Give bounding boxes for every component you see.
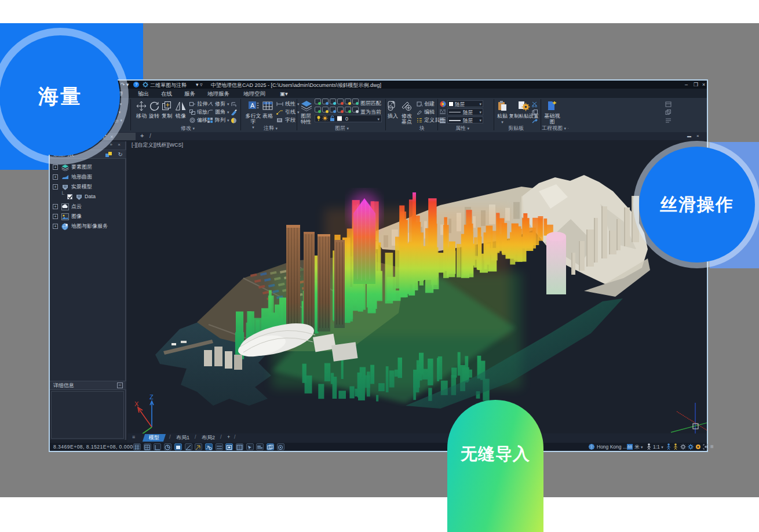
cut-icon[interactable] <box>532 100 538 108</box>
scale-button[interactable]: 缩放 <box>189 108 207 116</box>
status-toggle[interactable] <box>205 443 213 450</box>
ribbon-right-icon-2[interactable] <box>665 108 672 116</box>
status-toggle[interactable] <box>256 443 264 450</box>
tree-item-data[interactable]: └ Data <box>50 192 126 202</box>
stretch-button[interactable]: 拉伸 <box>189 100 207 108</box>
annot-vis-icon[interactable] <box>666 443 671 450</box>
refresh-icon[interactable]: ↻ <box>118 150 123 159</box>
layer-properties-button[interactable]: 图层特性 <box>298 100 313 125</box>
new-tab-button[interactable]: + <box>140 132 144 139</box>
workspace-caret[interactable]: ▾ ▿ <box>196 82 203 88</box>
add-layout-button[interactable]: + <box>227 434 230 440</box>
doc-close-icon[interactable]: × <box>696 133 699 139</box>
menu-service[interactable]: 服务 <box>184 90 195 98</box>
menu-output[interactable]: 输出 <box>138 90 149 98</box>
layer-tool[interactable] <box>330 107 336 112</box>
leader-button[interactable]: 引线▾ <box>276 108 300 116</box>
expand-icon[interactable]: + <box>53 174 58 180</box>
settings-gear-icon[interactable] <box>688 444 694 450</box>
modify-extra-2[interactable] <box>231 108 237 116</box>
location-globe[interactable] <box>589 444 594 450</box>
offset-button[interactable]: 偏移 <box>189 116 207 124</box>
menu-geospace[interactable]: 地理空间 <box>243 90 265 98</box>
copyclip-icon[interactable] <box>532 108 538 116</box>
block-edit-button[interactable]: 编辑 <box>417 108 435 116</box>
doc-restore-icon[interactable]: ▬ <box>687 134 691 138</box>
move-button[interactable]: 移动 <box>135 100 148 119</box>
collapse-icon[interactable]: − <box>117 382 123 388</box>
status-toggle[interactable] <box>174 443 182 450</box>
expand-icon[interactable]: + <box>53 165 58 170</box>
annot-person-icon[interactable] <box>647 443 651 450</box>
layer-tool[interactable] <box>345 99 351 104</box>
tab-layout1[interactable]: 布局1 <box>176 434 189 442</box>
linetype-combo[interactable]: 随层▾ <box>447 108 483 115</box>
layer-tool[interactable] <box>315 107 321 112</box>
workspace-gear-icon[interactable] <box>680 444 686 450</box>
unit-icon[interactable] <box>627 444 633 450</box>
menu-geoservice[interactable]: 地理服务 <box>207 90 229 98</box>
layer-tool[interactable] <box>322 99 329 104</box>
tab-model[interactable]: 模型 <box>143 434 166 442</box>
layer-tool[interactable] <box>352 99 359 104</box>
menu-online[interactable]: 在线 <box>161 90 172 98</box>
status-toggle[interactable] <box>164 443 171 450</box>
panel-label-block[interactable]: 块 <box>419 125 425 132</box>
close-button[interactable]: × <box>702 82 705 88</box>
layer-tool[interactable] <box>322 107 329 112</box>
status-menu-icon[interactable]: ≡ <box>710 443 714 450</box>
trim-button[interactable]: 修剪▾ <box>207 100 229 108</box>
status-toggle[interactable] <box>154 443 161 450</box>
tree-item[interactable]: + 点云 <box>50 202 126 212</box>
layer-combo[interactable]: 0 ▾ <box>315 115 382 122</box>
rotate-button[interactable]: 旋转 <box>148 100 160 119</box>
status-toggle[interactable] <box>277 443 284 450</box>
status-toggle[interactable] <box>225 443 233 450</box>
layer-tool[interactable] <box>337 107 344 112</box>
expand-icon[interactable]: + <box>53 224 58 229</box>
mtext-button[interactable]: A多行文字▾ <box>245 100 262 130</box>
layer-match-button[interactable]: 图层匹配 <box>360 100 381 107</box>
edit-base-button[interactable]: 修改基点 <box>399 100 414 125</box>
annot-auto-icon[interactable] <box>673 443 678 450</box>
menu-extra-icon[interactable]: ▣▾ <box>280 90 288 97</box>
checkbox[interactable] <box>67 194 72 199</box>
maximize-button[interactable]: ❐ <box>694 82 698 88</box>
fullscreen-icon[interactable] <box>703 444 709 450</box>
lineweight-icon[interactable] <box>440 116 446 124</box>
minimize-button[interactable]: – <box>685 82 688 88</box>
scale-label[interactable]: 1:1 ▾ <box>653 444 663 450</box>
mirror-button[interactable]: 镜像 <box>174 100 188 119</box>
insert-button[interactable]: 插入 <box>386 100 399 119</box>
status-toggle[interactable] <box>246 443 254 450</box>
ribbon-right-icon-3[interactable] <box>665 116 672 124</box>
ribbon-right-icon-1[interactable] <box>665 100 672 108</box>
location-label[interactable]: Hong Kong ... <box>597 444 627 450</box>
status-toggle[interactable] <box>236 443 243 450</box>
copy-button[interactable]: 复制 <box>160 100 174 119</box>
modify-extra-1[interactable] <box>231 100 236 108</box>
layer-tool[interactable] <box>352 107 359 112</box>
table-button[interactable]: 表格 <box>261 100 275 119</box>
viewport[interactable]: [-][自定义][线框][WCS] ZXY <box>127 140 707 433</box>
status-toggle[interactable] <box>133 443 141 450</box>
block-create-button[interactable]: 创建 <box>417 100 435 108</box>
help-icon[interactable]: ? <box>133 82 139 88</box>
field-button[interactable]: 字段 <box>276 116 295 124</box>
base-view-button[interactable]: 基础视图 <box>543 100 561 125</box>
layer-tool[interactable] <box>345 107 351 112</box>
panel-label-layer[interactable]: 图层 ▾ <box>335 125 349 132</box>
tab-layout2[interactable]: 布局2 <box>202 434 215 442</box>
panel-label-clipboard[interactable]: 剪贴板 <box>508 125 524 132</box>
tree-item[interactable]: + 地形曲面 <box>50 172 126 182</box>
panel-label-modify[interactable]: 修改 ▾ <box>181 125 195 132</box>
expand-icon[interactable]: + <box>53 214 58 219</box>
isolate-icon[interactable] <box>695 444 701 450</box>
expand-icon[interactable]: + <box>53 184 58 190</box>
status-toggle[interactable] <box>267 443 274 450</box>
linear-dim-button[interactable]: 线性▾ <box>276 100 300 108</box>
layer-tool[interactable] <box>337 99 344 104</box>
color-combo[interactable]: 随层▾ <box>447 100 483 107</box>
expand-icon[interactable]: + <box>53 204 58 209</box>
layer-tool[interactable] <box>315 99 321 104</box>
